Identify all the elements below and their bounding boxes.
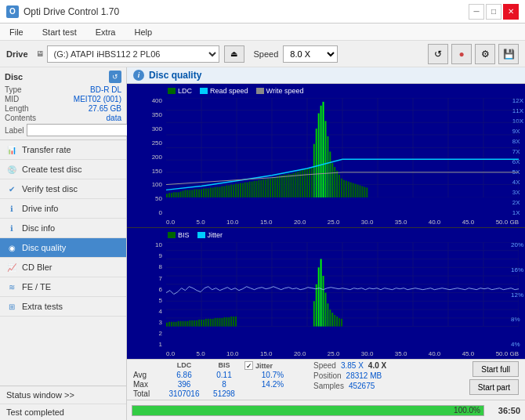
svg-rect-37 [208, 188, 209, 197]
nav-drive-info[interactable]: ℹ Drive info [0, 199, 126, 219]
disc-mid-label: MID [5, 95, 19, 103]
svg-rect-170 [339, 318, 340, 327]
menu-file[interactable]: File [6, 27, 27, 38]
disc-contents-value: data [107, 114, 121, 122]
menu-start-test[interactable]: Start test [39, 27, 80, 38]
nav-disc-info-label: Disc info [22, 223, 55, 233]
svg-rect-132 [176, 322, 177, 327]
save-button[interactable]: 💾 [498, 44, 519, 64]
x2-30: 30.0 [361, 350, 374, 357]
x2-5: 5.0 [197, 350, 205, 357]
verify-test-icon: ✔ [6, 183, 17, 194]
status-window-button[interactable]: Status window >> [0, 386, 126, 404]
stats-max-label: Max [133, 380, 161, 389]
stats-avg-bis: 0.11 [207, 371, 241, 379]
start-buttons: Start full Start part [469, 361, 519, 395]
eject-button[interactable]: ⏏ [224, 45, 244, 63]
svg-rect-63 [267, 179, 269, 197]
nav-items: 📊 Transfer rate 💿 Create test disc ✔ Ver… [0, 140, 126, 386]
x1-10: 10.0 [226, 219, 239, 226]
speed-value-stat: 3.85 X [341, 361, 364, 370]
svg-rect-55 [249, 182, 251, 198]
svg-rect-65 [272, 178, 273, 197]
nav-transfer-rate[interactable]: 📊 Transfer rate [0, 140, 126, 160]
svg-rect-135 [183, 321, 184, 327]
svg-rect-90 [329, 151, 331, 197]
nav-verify-test[interactable]: ✔ Verify test disc [0, 179, 126, 199]
x2-15: 15.0 [260, 350, 273, 357]
svg-rect-58 [255, 181, 257, 198]
test-completed-label: Test completed [6, 407, 64, 417]
bis-legend-label: BIS [178, 231, 190, 239]
y1-300: 300 [152, 126, 162, 132]
svg-rect-146 [208, 319, 209, 327]
svg-rect-41 [217, 186, 219, 197]
chart2-svg [166, 242, 519, 327]
nav-disc-quality[interactable]: ◉ Disc quality [0, 238, 126, 258]
y2r-4: 4% [511, 342, 520, 348]
svg-rect-60 [260, 180, 262, 197]
stats-ldc-header: LDC [165, 361, 204, 370]
svg-rect-134 [180, 321, 182, 327]
start-full-button[interactable]: Start full [472, 361, 519, 377]
toolbar: Drive 🖥 (G:) ATAPI iHBS112 2 PL06 ⏏ Spee… [0, 41, 525, 67]
drive-label: Drive [6, 49, 28, 59]
speed-select[interactable]: 8.0 X [283, 45, 338, 63]
svg-rect-131 [173, 322, 175, 327]
svg-rect-156 [230, 317, 232, 327]
svg-rect-53 [244, 183, 246, 198]
toolbar-icon-1[interactable]: ↺ [428, 44, 448, 64]
x1-40: 40.0 [429, 219, 441, 226]
svg-rect-25 [180, 191, 182, 197]
svg-rect-33 [198, 189, 200, 197]
disc-refresh-icon[interactable]: ↺ [109, 71, 121, 83]
read-speed-legend-label: Read speed [210, 87, 248, 95]
disc-length-row: Length 27.65 GB [5, 104, 121, 113]
svg-rect-138 [189, 320, 190, 327]
progress-time: 36:50 [489, 406, 520, 415]
toolbar-icon-2[interactable]: ● [451, 44, 472, 64]
y2-4: 4 [159, 309, 162, 315]
svg-rect-54 [247, 183, 248, 198]
x2-45: 45.0 [462, 350, 475, 357]
stats-jitter-header: Jitter [255, 362, 273, 370]
drive-select[interactable]: (G:) ATAPI iHBS112 2 PL06 [47, 45, 219, 63]
svg-rect-159 [313, 302, 315, 327]
speed-label-stat: Speed [313, 361, 336, 370]
svg-rect-34 [201, 189, 202, 197]
nav-cd-bler[interactable]: 📈 CD Bler [0, 258, 126, 277]
ldc-legend-label: LDC [178, 87, 192, 95]
nav-create-test[interactable]: 💿 Create test disc [0, 160, 126, 179]
disc-label-row: Label ⚙ [5, 124, 121, 136]
samples-label: Samples [313, 382, 344, 390]
jitter-checkbox[interactable]: ✓ [244, 361, 253, 370]
svg-rect-149 [215, 318, 216, 327]
close-button[interactable]: ✕ [503, 4, 519, 20]
toolbar-icon-3[interactable]: ⚙ [475, 44, 495, 64]
nav-cd-bler-label: CD Bler [22, 262, 52, 272]
svg-rect-104 [361, 186, 363, 197]
nav-disc-info[interactable]: ℹ Disc info [0, 219, 126, 238]
x2-35: 35.0 [395, 350, 407, 357]
svg-rect-103 [360, 186, 361, 198]
menu-extra[interactable]: Extra [92, 27, 119, 38]
svg-rect-57 [254, 181, 255, 198]
svg-rect-50 [237, 184, 239, 198]
svg-rect-105 [364, 186, 365, 197]
status-window-label: Status window >> [6, 390, 74, 400]
nav-extra-tests[interactable]: ⊞ Extra tests [0, 297, 126, 317]
nav-fe-te[interactable]: ≋ FE / TE [0, 277, 126, 297]
disc-label-input[interactable] [27, 124, 131, 136]
menu-help[interactable]: Help [131, 27, 155, 38]
disc-quality-header: i Disc quality [127, 67, 525, 84]
y1-150: 150 [152, 168, 162, 175]
maximize-button[interactable]: □ [486, 4, 501, 20]
minimize-button[interactable]: ─ [469, 4, 484, 20]
start-part-button[interactable]: Start part [469, 379, 519, 395]
svg-rect-93 [336, 171, 338, 197]
disc-quality-info-icon: i [133, 70, 144, 81]
chart1-y-axis: 400 350 300 250 200 150 100 50 0 [127, 98, 165, 216]
app-icon: O [6, 5, 19, 18]
svg-rect-157 [233, 317, 234, 327]
bis-legend: BIS [168, 231, 190, 239]
